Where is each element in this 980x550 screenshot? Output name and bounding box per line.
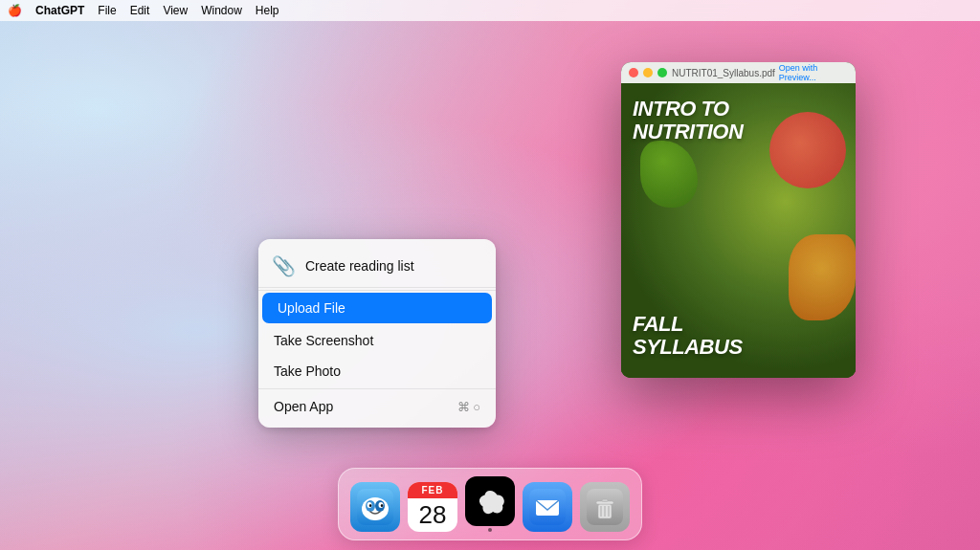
dock-item-calendar[interactable]: FEB 28 xyxy=(408,482,457,532)
svg-point-6 xyxy=(369,504,371,507)
pdf-title-bottom: FALL SYLLABUS xyxy=(633,313,743,359)
traffic-light-close[interactable] xyxy=(629,68,638,77)
pdf-titlebar: NUTRIT01_Syllabus.pdf Open with Preview.… xyxy=(621,62,856,83)
dock-item-trash[interactable] xyxy=(580,482,630,532)
menu-item-upload-file[interactable]: Upload File xyxy=(262,293,492,323)
menu-item-take-photo[interactable]: Take Photo xyxy=(258,356,496,386)
pdf-content: INTRO TO NUTRITION FALL SYLLABUS xyxy=(621,83,856,378)
menubar: 🍎 ChatGPT File Edit View Window Help xyxy=(0,0,980,21)
svg-rect-13 xyxy=(602,499,608,502)
dock-item-mail[interactable] xyxy=(523,482,572,532)
context-menu: 📎 Create reading list Upload File Take S… xyxy=(258,239,496,428)
menubar-edit[interactable]: Edit xyxy=(130,4,150,17)
pdf-title-top: INTRO TO NUTRITION xyxy=(633,98,743,143)
take-screenshot-label: Take Screenshot xyxy=(274,333,373,348)
traffic-light-maximize[interactable] xyxy=(657,68,667,77)
pdf-open-button[interactable]: Open with Preview... xyxy=(779,63,848,82)
menubar-help[interactable]: Help xyxy=(256,4,279,17)
svg-point-7 xyxy=(381,504,383,507)
trash-icon xyxy=(580,482,630,532)
dock: FEB 28 xyxy=(338,468,642,540)
dock-item-finder[interactable] xyxy=(350,482,400,532)
chatgpt-icon xyxy=(465,476,515,526)
calendar-icon: FEB 28 xyxy=(408,482,457,532)
menu-item-take-screenshot[interactable]: Take Screenshot xyxy=(258,325,496,356)
menu-item-open-app[interactable]: Open App ⌘ ○ xyxy=(258,391,496,422)
pdf-preview-window: NUTRIT01_Syllabus.pdf Open with Preview.… xyxy=(621,62,856,378)
calendar-month: FEB xyxy=(408,482,457,498)
menu-divider-2 xyxy=(258,388,496,389)
menubar-file[interactable]: File xyxy=(98,4,116,17)
menu-header-text: Create reading list xyxy=(305,258,414,274)
open-app-label: Open App xyxy=(274,399,333,414)
svg-point-1 xyxy=(362,497,389,520)
dock-item-chatgpt[interactable] xyxy=(465,476,515,532)
take-photo-label: Take Photo xyxy=(274,363,341,379)
mail-icon xyxy=(523,482,572,532)
menubar-view[interactable]: View xyxy=(163,4,188,17)
finder-icon xyxy=(350,482,400,532)
calendar-date: 28 xyxy=(419,498,447,527)
menubar-app-name[interactable]: ChatGPT xyxy=(35,4,84,17)
food-decoration-3 xyxy=(789,234,856,320)
menu-header: 📎 Create reading list xyxy=(258,245,496,288)
upload-file-label: Upload File xyxy=(278,300,345,316)
pdf-filename: NUTRIT01_Syllabus.pdf xyxy=(672,68,775,78)
traffic-light-minimize[interactable] xyxy=(643,68,653,77)
chatgpt-dock-dot xyxy=(488,528,492,532)
food-decoration-1 xyxy=(769,112,846,188)
attachment-icon: 📎 xyxy=(272,254,296,277)
apple-menu[interactable]: 🍎 xyxy=(8,4,22,17)
menubar-window[interactable]: Window xyxy=(201,4,242,17)
open-app-shortcut: ⌘ ○ xyxy=(457,400,480,414)
menu-divider-1 xyxy=(258,290,496,291)
